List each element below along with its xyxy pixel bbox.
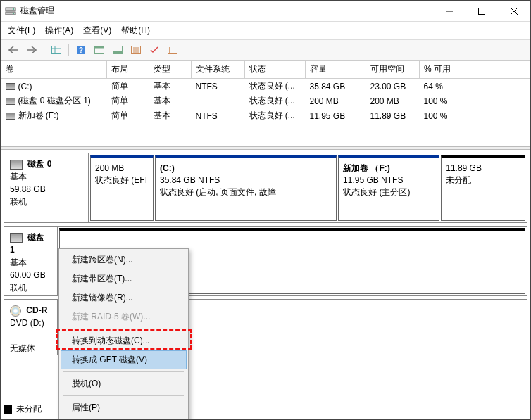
menu-action[interactable]: 操作(A) [45, 25, 73, 37]
app-icon [5, 6, 16, 17]
ctx-new-spanned[interactable]: 新建跨区卷(N)... [61, 250, 187, 269]
partition[interactable]: (C:) 35.84 GB NTFS 状态良好 (启动, 页面文件, 故障 [155, 155, 337, 221]
svg-point-24 [169, 51, 170, 53]
col-free[interactable]: 可用空间 [366, 61, 420, 79]
toolbar: ? [1, 40, 530, 61]
menu-file[interactable]: 文件(F) [8, 25, 35, 37]
view-top-button[interactable] [91, 42, 108, 58]
menu-help[interactable]: 帮助(H) [121, 25, 150, 37]
menu-bar: 文件(F) 操作(A) 查看(V) 帮助(H) [1, 22, 530, 40]
layout-button[interactable] [48, 42, 65, 58]
check-button[interactable] [146, 42, 163, 58]
svg-point-2 [13, 8, 14, 10]
minimize-button[interactable] [433, 1, 466, 22]
col-pct[interactable]: % 可用 [420, 61, 530, 79]
col-layout[interactable]: 布局 [107, 61, 149, 79]
ctx-convert-dynamic[interactable]: 转换到动态磁盘(C)... [61, 331, 187, 350]
table-row[interactable]: (磁盘 0 磁盘分区 1) 简单 基本 状态良好 (... 200 MB 200… [1, 94, 530, 108]
volume-icon [6, 98, 15, 105]
volume-icon [6, 113, 15, 120]
col-capacity[interactable]: 容量 [306, 61, 366, 79]
svg-point-23 [169, 49, 170, 51]
volume-list-header[interactable]: 卷 布局 类型 文件系统 状态 容量 可用空间 % 可用 [1, 61, 530, 79]
volume-icon [6, 83, 15, 90]
col-status[interactable]: 状态 [245, 61, 306, 79]
settings-button[interactable] [127, 42, 144, 58]
ctx-new-mirror[interactable]: 新建镜像卷(R)... [61, 288, 187, 307]
window-title: 磁盘管理 [20, 5, 433, 17]
table-row[interactable]: 新加卷 (F:) 简单 基本 NTFS 状态良好 (... 11.95 GB 1… [1, 108, 530, 123]
disk-label[interactable]: 磁盘 0 基本 59.88 GB 联机 [4, 153, 89, 222]
ctx-new-striped[interactable]: 新建带区卷(T)... [61, 269, 187, 288]
svg-text:?: ? [79, 46, 83, 54]
ctx-convert-gpt[interactable]: 转换成 GPT 磁盘(V) [61, 350, 187, 369]
col-fs[interactable]: 文件系统 [192, 61, 245, 79]
view-bottom-button[interactable] [109, 42, 126, 58]
list-button[interactable] [164, 42, 181, 58]
legend: 未分配 [4, 403, 42, 415]
menu-view[interactable]: 查看(V) [83, 25, 111, 37]
col-type[interactable]: 类型 [149, 61, 192, 79]
disk-icon [10, 233, 23, 243]
legend-label-unallocated: 未分配 [16, 403, 42, 415]
toolbar-separator [68, 44, 69, 56]
ctx-separator [63, 329, 184, 329]
legend-swatch-unallocated [4, 405, 12, 414]
partition[interactable]: 200 MB 状态良好 (EFI [90, 155, 154, 221]
volume-list[interactable]: 卷 布局 类型 文件系统 状态 容量 可用空间 % 可用 (C:) 简单 基本 … [1, 61, 530, 146]
col-volume[interactable]: 卷 [1, 61, 107, 79]
svg-point-22 [169, 47, 170, 49]
disk-label[interactable]: 磁盘 1 基本 60.00 GB 联机 [4, 227, 58, 295]
svg-point-3 [13, 13, 14, 14]
title-bar: 磁盘管理 [1, 1, 530, 22]
partition-unallocated[interactable]: 11.89 GB 未分配 [441, 155, 525, 221]
forward-button[interactable] [23, 42, 40, 58]
disk-label[interactable]: CD-R DVD (D:) 无媒体 [4, 300, 58, 355]
partition[interactable]: 新加卷 （F:) 11.95 GB NTFS 状态良好 (主分区) [338, 155, 439, 221]
ctx-new-raid5: 新建 RAID-5 卷(W)... [61, 307, 187, 326]
table-row[interactable]: (C:) 简单 基本 NTFS 状态良好 (... 35.84 GB 23.00… [1, 79, 530, 94]
ctx-separator [63, 371, 184, 372]
ctx-offline[interactable]: 脱机(O) [61, 374, 187, 393]
svg-rect-16 [113, 51, 123, 53]
context-menu: 新建跨区卷(N)... 新建带区卷(T)... 新建镜像卷(R)... 新建 R… [58, 248, 189, 420]
ctx-separator [63, 395, 184, 396]
disk-row-0[interactable]: 磁盘 0 基本 59.88 GB 联机 200 MB 状态良好 (EFI (C:… [4, 153, 527, 223]
cd-icon [10, 305, 21, 317]
close-button[interactable] [498, 1, 530, 22]
maximize-button[interactable] [466, 1, 498, 22]
svg-rect-8 [52, 46, 61, 54]
help-button[interactable]: ? [73, 42, 89, 58]
disk-icon [10, 160, 23, 170]
svg-rect-14 [95, 46, 104, 49]
ctx-properties[interactable]: 属性(P) [61, 398, 187, 417]
svg-rect-5 [479, 8, 485, 14]
toolbar-separator [44, 44, 44, 56]
back-button[interactable] [5, 42, 22, 58]
